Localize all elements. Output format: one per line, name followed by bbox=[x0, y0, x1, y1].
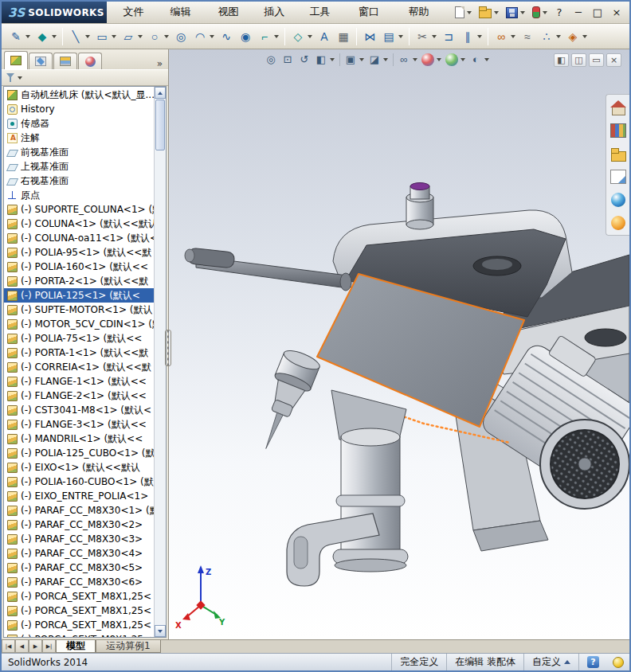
view-orientation-icon[interactable]: ▣ bbox=[343, 53, 366, 67]
panel-splitter[interactable] bbox=[165, 330, 171, 366]
tree-item[interactable]: 右视基准面 bbox=[4, 174, 154, 188]
tree-item[interactable]: 原点 bbox=[4, 188, 154, 202]
hatch-icon[interactable]: ▦ bbox=[334, 27, 353, 46]
tree-item[interactable]: (-) CST3041-M8<1> (默认< bbox=[4, 403, 154, 417]
scroll-down-button[interactable] bbox=[155, 625, 166, 637]
dropdown-arrow-icon[interactable] bbox=[308, 35, 312, 38]
graphics-area[interactable]: Z X Y bbox=[169, 49, 629, 639]
line-icon[interactable]: ╲ bbox=[66, 27, 92, 46]
tree-item[interactable]: (-) POLIA-125<1> (默认< bbox=[4, 288, 154, 303]
tree-item[interactable]: History bbox=[4, 102, 154, 116]
dropdown-arrow-icon[interactable] bbox=[461, 58, 465, 61]
tab-scroll-button[interactable]: |◀ bbox=[2, 640, 15, 653]
model-column-cap[interactable] bbox=[406, 183, 433, 230]
sketch-icon[interactable]: ✎ bbox=[6, 27, 33, 46]
tree-item[interactable]: (-) FLANGE-2<1> (默认<< bbox=[4, 389, 154, 403]
quick-snaps-icon[interactable]: ∴ bbox=[537, 27, 563, 46]
close-button[interactable]: × bbox=[607, 4, 626, 21]
tree-item[interactable]: (-) PARAF_CC_M8X30<2> bbox=[4, 518, 154, 532]
graphics-viewport[interactable]: Z X Y ◎ bbox=[169, 49, 629, 639]
zoom-fit-icon[interactable]: ◎ bbox=[263, 53, 279, 67]
tree-item[interactable]: (-) PORTA-1<1> (默认<<默 bbox=[4, 346, 154, 360]
tree-item[interactable]: (-) PARAF_CC_M8X30<1> (默 bbox=[4, 503, 154, 518]
mirror-entities-icon[interactable]: ⋈ bbox=[360, 27, 379, 46]
options-button[interactable] bbox=[530, 5, 550, 20]
new-document-button[interactable] bbox=[453, 5, 474, 20]
document-close-button[interactable]: × bbox=[606, 53, 621, 67]
taskpane-resources-button[interactable] bbox=[609, 99, 627, 115]
tab-scroll-button[interactable]: ▶| bbox=[42, 640, 56, 653]
tree-item[interactable]: (-) PORCA_SEXT_M8X1,25< bbox=[4, 618, 154, 632]
tree-item[interactable]: (-) PARAF_CC_M8X30<5> bbox=[4, 561, 154, 575]
tree-item[interactable]: 传感器 bbox=[4, 116, 154, 131]
taskpane-design-library-button[interactable] bbox=[609, 122, 627, 139]
status-custom-dropdown[interactable]: 自定义 bbox=[523, 654, 578, 670]
tree-item[interactable]: (-) FLANGE-1<1> (默认<< bbox=[4, 374, 154, 389]
tree-item[interactable]: (-) PORCA_SEXT_M8X1,25< bbox=[4, 632, 154, 637]
panel-overflow-button[interactable]: » bbox=[154, 58, 166, 69]
tree-item[interactable]: 自动机丝机床 (默认<默认_显... bbox=[4, 88, 154, 102]
configurationmanager-tab[interactable] bbox=[53, 53, 77, 69]
dropdown-arrow-icon[interactable] bbox=[543, 11, 547, 14]
trim-entities-icon[interactable]: ✂ bbox=[413, 27, 439, 46]
view-settings-icon[interactable]: ◐ bbox=[468, 53, 491, 67]
tab-scroll-button[interactable]: ◀ bbox=[15, 640, 29, 653]
tab-scroll-button[interactable]: ▶ bbox=[29, 640, 42, 653]
tree-item[interactable]: (-) MANDRIL<1> (默认<< bbox=[4, 432, 154, 446]
dropdown-arrow-icon[interactable] bbox=[432, 35, 437, 38]
tree-item[interactable]: (-) PORCA_SEXT_M8X1,25< bbox=[4, 604, 154, 618]
displaymanager-tab[interactable] bbox=[78, 53, 102, 69]
smart-dimension-icon[interactable]: ◆ bbox=[33, 27, 59, 46]
tree-item[interactable]: (-) SUPORTE_COLUNA<1> (默 bbox=[4, 202, 154, 217]
dropdown-arrow-icon[interactable] bbox=[398, 35, 403, 38]
sketch-fillet-icon[interactable]: ⌐ bbox=[255, 27, 281, 46]
dropdown-arrow-icon[interactable] bbox=[494, 11, 499, 14]
dropdown-arrow-icon[interactable] bbox=[511, 35, 515, 38]
dropdown-arrow-icon[interactable] bbox=[164, 35, 169, 38]
dropdown-arrow-icon[interactable] bbox=[138, 35, 143, 38]
tree-item[interactable]: (-) FLANGE-3<1> (默认<< bbox=[4, 417, 154, 432]
document-tab[interactable]: 模型 bbox=[56, 640, 96, 653]
tree-item[interactable]: (-) POLIA-160-CUBO<1> (默 bbox=[4, 475, 154, 489]
centerpoint-arc-icon[interactable]: ◠ bbox=[190, 27, 217, 46]
menu-item[interactable]: 文件(F) bbox=[110, 2, 157, 23]
pane-split-button[interactable]: ◧ bbox=[554, 53, 569, 67]
featuremanager-tab[interactable] bbox=[4, 51, 28, 69]
scrollbar-thumb[interactable] bbox=[155, 100, 165, 150]
dropdown-arrow-icon[interactable] bbox=[556, 35, 561, 38]
dropdown-arrow-icon[interactable] bbox=[18, 76, 22, 80]
filter-button[interactable] bbox=[6, 73, 22, 82]
dropdown-arrow-icon[interactable] bbox=[112, 35, 116, 38]
pane-both-button[interactable]: ◫ bbox=[571, 53, 586, 67]
tree-item[interactable]: (-) PARAF_CC_M8X30<3> bbox=[4, 532, 154, 546]
tree-item[interactable]: (-) POLIA-75<1> (默认<< bbox=[4, 331, 154, 346]
display-relations-icon[interactable]: ∞ bbox=[492, 27, 518, 46]
perimeter-circle-icon[interactable]: ◎ bbox=[171, 27, 190, 46]
spline-icon[interactable]: ∿ bbox=[217, 27, 236, 46]
convert-entities-icon[interactable]: ⊐ bbox=[439, 27, 458, 46]
edit-appearance-icon[interactable] bbox=[420, 53, 443, 67]
rapid-sketch-icon[interactable]: ◈ bbox=[563, 27, 590, 46]
dropdown-arrow-icon[interactable] bbox=[582, 35, 587, 38]
dropdown-arrow-icon[interactable] bbox=[359, 58, 364, 61]
tree-item[interactable]: (-) POLIA-95<1> (默认<<默 bbox=[4, 245, 154, 260]
tree-item[interactable]: (-) MOTOR_5CV_CDIN<1> (默 bbox=[4, 317, 154, 331]
dropdown-arrow-icon[interactable] bbox=[330, 58, 335, 61]
restore-button[interactable]: □ bbox=[588, 4, 607, 21]
scroll-up-button[interactable] bbox=[155, 87, 166, 99]
dropdown-arrow-icon[interactable] bbox=[437, 58, 441, 61]
taskpane-view-palette-button[interactable] bbox=[609, 168, 627, 185]
help-button[interactable]: ? bbox=[550, 4, 569, 21]
dropdown-arrow-icon[interactable] bbox=[210, 35, 214, 38]
tree-item[interactable]: (-) EIXO<1> (默认<<默认 bbox=[4, 460, 154, 475]
model-spindle-chuck[interactable] bbox=[249, 347, 322, 456]
previous-view-icon[interactable]: ↺ bbox=[296, 53, 312, 67]
tree-item[interactable]: (-) PORTA-2<1> (默认<<默 bbox=[4, 274, 154, 288]
display-style-icon[interactable]: ◪ bbox=[366, 53, 390, 67]
dropdown-arrow-icon[interactable] bbox=[467, 11, 472, 14]
ellipse-icon[interactable]: ◉ bbox=[236, 27, 255, 46]
corner-rectangle-icon[interactable]: ▭ bbox=[92, 27, 119, 46]
pane-minimize-button[interactable]: ▭ bbox=[589, 53, 604, 67]
tree-item[interactable]: 注解 bbox=[4, 131, 154, 145]
dropdown-arrow-icon[interactable] bbox=[383, 58, 388, 61]
